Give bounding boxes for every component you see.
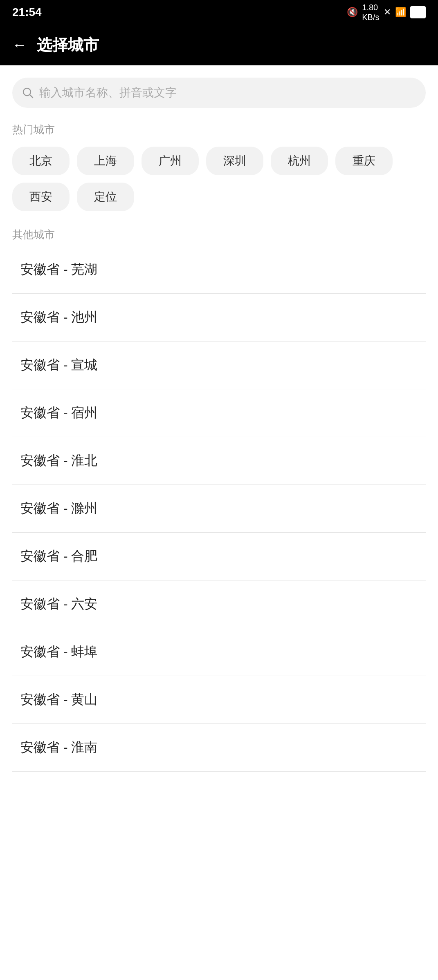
city-item-huainan[interactable]: 安徽省 - 淮南	[12, 724, 426, 772]
city-item-wuhu[interactable]: 安徽省 - 芜湖	[12, 246, 426, 294]
city-chip-hangzhou[interactable]: 杭州	[271, 147, 328, 175]
city-chip-guangzhou[interactable]: 广州	[142, 147, 199, 175]
hot-cities-section-title: 热门城市	[12, 123, 426, 137]
city-chip-chongqing[interactable]: 重庆	[335, 147, 393, 175]
city-item-huaibei[interactable]: 安徽省 - 淮北	[12, 437, 426, 485]
city-item-bengbu[interactable]: 安徽省 - 蚌埠	[12, 628, 426, 676]
header: ← 选择城市	[0, 25, 438, 65]
city-item-huangshan[interactable]: 安徽省 - 黄山	[12, 676, 426, 724]
city-chip-beijing[interactable]: 北京	[12, 147, 70, 175]
search-bar[interactable]: 输入城市名称、拼音或文字	[12, 78, 426, 108]
search-placeholder: 输入城市名称、拼音或文字	[39, 85, 177, 100]
city-chip-shenzhen[interactable]: 深圳	[206, 147, 263, 175]
page-title: 选择城市	[37, 35, 99, 56]
city-item-xuancheng[interactable]: 安徽省 - 宣城	[12, 342, 426, 389]
status-icons: 🔇 1.80KB/s ✕ 📶 96	[347, 2, 426, 22]
city-chip-shanghai[interactable]: 上海	[77, 147, 134, 175]
status-time: 21:54	[12, 6, 42, 19]
battery-level: 96	[410, 6, 426, 18]
city-item-suzhou[interactable]: 安徽省 - 宿州	[12, 389, 426, 437]
hot-cities-grid: 北京 上海 广州 深圳 杭州 重庆 西安 定位	[12, 147, 426, 211]
city-item-hefei[interactable]: 安徽省 - 合肥	[12, 533, 426, 580]
mute-icon: 🔇	[347, 7, 358, 18]
wifi-icon: 📶	[395, 7, 406, 18]
city-chip-xian[interactable]: 西安	[12, 183, 70, 211]
search-icon	[22, 87, 34, 98]
content: 输入城市名称、拼音或文字 热门城市 北京 上海 广州 深圳 杭州 重庆 西安 定…	[0, 65, 438, 772]
other-cities-section-title: 其他城市	[12, 228, 426, 242]
status-bar: 21:54 🔇 1.80KB/s ✕ 📶 96	[0, 0, 438, 25]
back-button[interactable]: ←	[12, 36, 27, 54]
svg-line-1	[30, 95, 33, 98]
city-item-chizhou[interactable]: 安徽省 - 池州	[12, 294, 426, 342]
city-chip-location[interactable]: 定位	[77, 183, 134, 211]
mobile-data-icon: ✕	[384, 7, 391, 18]
signal-strength: 1.80KB/s	[362, 2, 379, 22]
city-list: 安徽省 - 芜湖 安徽省 - 池州 安徽省 - 宣城 安徽省 - 宿州 安徽省 …	[12, 246, 426, 772]
city-item-luan[interactable]: 安徽省 - 六安	[12, 580, 426, 628]
city-item-chuzhou[interactable]: 安徽省 - 滁州	[12, 485, 426, 533]
